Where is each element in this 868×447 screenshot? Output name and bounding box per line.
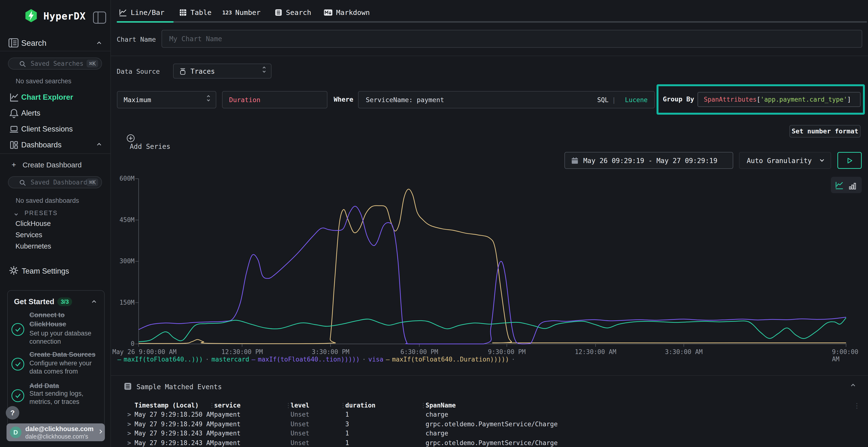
saved-searches-pill[interactable]: ⌘K [8, 58, 102, 70]
tab-number[interactable]: 123 Number [222, 5, 261, 20]
lucene-mode-toggle[interactable]: Lucene [625, 96, 648, 104]
table-cell[interactable]: May 27 9:29:18.250 AM [134, 411, 214, 418]
sidebar-item-alerts[interactable]: Alerts [0, 106, 111, 120]
table-column-header[interactable]: SpanName [426, 402, 456, 409]
table-column-header[interactable]: level [290, 402, 309, 409]
legend-line-swatch: — [386, 356, 390, 363]
table-cell[interactable]: payment [214, 420, 241, 428]
granularity-select[interactable]: Auto Granularity [739, 152, 831, 169]
mode-separator: | [612, 96, 616, 104]
table-cell[interactable]: charge [426, 429, 448, 437]
table-cell[interactable]: 1 [345, 429, 349, 437]
user-chip[interactable]: D dale@clickhouse.com dale@clickhouse.co… [6, 423, 105, 441]
get-started-item-title[interactable]: Create Data Sources [29, 350, 95, 359]
sidebar-preset-item[interactable]: ClickHouse [16, 220, 51, 228]
sidebar-item-team-settings[interactable]: Team Settings [22, 267, 69, 276]
add-series-button[interactable]: Add Series [126, 134, 170, 150]
run-query-button[interactable] [837, 152, 862, 169]
where-field[interactable]: SQL | Lucene [358, 91, 655, 108]
traces-source-icon [179, 68, 187, 75]
tab-line-bar[interactable]: Line/Bar [119, 5, 164, 20]
events-panel-icon [123, 382, 132, 391]
table-cell[interactable]: grpc.oteldemo.PaymentService/Charge [426, 420, 558, 428]
chart-legend[interactable]: —maxIf(toFloat640..)))·mastercard—maxIf(… [117, 356, 518, 363]
events-header-kebab-icon[interactable]: ⋮ [854, 402, 860, 410]
table-cell[interactable]: Unset [290, 420, 309, 428]
table-cell[interactable]: 1 [345, 411, 349, 418]
table-cell[interactable]: 3 [345, 420, 349, 428]
row-expand-chevron-icon[interactable]: > [127, 439, 131, 447]
tab-search[interactable]: Search [274, 5, 311, 20]
divider [111, 56, 868, 56]
get-started-item-title[interactable]: Connect to ClickHouse [29, 310, 66, 329]
legend-label: mastercard [212, 356, 249, 363]
field-input[interactable]: Duration [222, 91, 328, 108]
bar-chart-toggle-icon[interactable] [848, 182, 857, 190]
table-cell[interactable]: grpc.oteldemo.PaymentService/Charge [426, 439, 558, 447]
table-cell[interactable]: Unset [290, 411, 309, 418]
saved-searches-input[interactable] [30, 59, 90, 68]
get-started-badge: 3/3 [57, 298, 72, 306]
table-column-header[interactable]: service [214, 402, 241, 409]
sidebar-item-label: Alerts [21, 109, 40, 117]
where-input[interactable] [365, 92, 587, 108]
legend-label: visa [368, 356, 383, 363]
data-source-value: Traces [190, 67, 215, 75]
row-expand-chevron-icon[interactable]: > [127, 411, 131, 418]
sidebar-preset-item[interactable]: Services [16, 231, 42, 239]
tab-label: Markdown [336, 8, 370, 16]
table-cell[interactable]: May 27 9:29:18.243 AM [134, 429, 214, 437]
set-number-format-button[interactable]: Set number format [789, 125, 861, 138]
table-cell[interactable]: May 27 9:29:18.243 AM [134, 439, 214, 447]
get-started-item-title[interactable]: Add Data [29, 381, 59, 390]
column-drag-handle-icon[interactable]: ⋮ [340, 402, 346, 409]
aggregation-select[interactable]: Maximum [117, 91, 216, 108]
sql-mode-toggle[interactable]: SQL [597, 96, 609, 104]
table-column-header[interactable]: duration [345, 402, 375, 409]
chart-name-field[interactable] [161, 30, 862, 48]
table-cell[interactable]: Unset [290, 429, 309, 437]
saved-dashboards-input[interactable] [30, 178, 90, 187]
presets-header[interactable]: PRESETS [15, 209, 58, 216]
table-cell[interactable]: payment [214, 439, 241, 447]
sidebar-item-label: Chart Explorer [21, 93, 73, 102]
sidebar-item-dashboards[interactable]: Dashboards [0, 138, 111, 152]
table-cell[interactable]: Unset [290, 439, 309, 447]
row-expand-chevron-icon[interactable]: > [127, 420, 131, 428]
table-column-header[interactable]: Timestamp (Local) [134, 402, 199, 409]
help-button[interactable]: ? [6, 406, 19, 419]
sidebar-item-search[interactable]: Search [21, 38, 46, 48]
x-tick-label: 3:30:00 AM [665, 348, 703, 355]
table-cell[interactable]: payment [214, 429, 241, 437]
tab-markdown[interactable]: Markdown [323, 5, 370, 20]
table-cell[interactable]: May 27 9:29:18.249 AM [134, 420, 214, 428]
tab-table[interactable]: Table [179, 5, 212, 20]
chart-name-input[interactable] [169, 30, 728, 47]
line-chart-toggle-icon[interactable] [835, 181, 844, 190]
search-collapse-icon[interactable] [97, 42, 101, 46]
table-cell[interactable]: payment [214, 411, 241, 418]
legend-separator: · [512, 356, 515, 363]
events-panel-collapse-icon[interactable] [851, 384, 855, 388]
sidebar-preset-item[interactable]: Kubernetes [16, 242, 51, 250]
sidebar-item-client-sessions[interactable]: Client Sessions [0, 122, 111, 136]
create-dashboard-button[interactable]: + Create Dashboard [11, 161, 82, 169]
column-drag-handle-icon[interactable]: ⋮ [285, 402, 291, 409]
sidebar-collapse-icon[interactable] [93, 11, 106, 24]
y-tick-label: 600M [101, 175, 134, 182]
row-expand-chevron-icon[interactable]: > [127, 429, 131, 437]
sidebar-item-chart-explorer[interactable]: Chart Explorer [0, 91, 111, 104]
table-cell[interactable]: 1 [345, 439, 349, 447]
group-by-field[interactable]: SpanAttributes['app.payment.card_type'] [698, 92, 861, 107]
table-cell[interactable]: charge [426, 411, 448, 418]
get-started-collapse-icon[interactable] [92, 300, 96, 304]
dashboards-collapse-icon[interactable] [97, 143, 101, 147]
chart-line-icon [9, 93, 19, 102]
date-range-picker[interactable]: May 26 09:29:19 - May 27 09:29:19 [564, 152, 733, 169]
tab-label: Table [190, 8, 212, 16]
data-source-select[interactable]: Traces [173, 64, 272, 78]
column-drag-handle-icon[interactable]: ⋮ [420, 402, 427, 409]
chart-canvas[interactable] [0, 0, 868, 447]
saved-dashboards-pill[interactable]: ⌘K [8, 176, 102, 188]
column-drag-handle-icon[interactable]: ⋮ [209, 402, 215, 409]
